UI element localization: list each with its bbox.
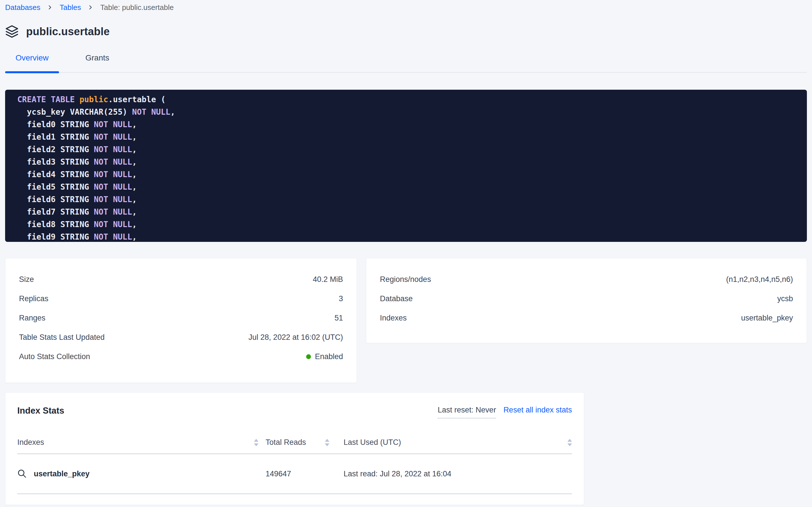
header-col-indexes: Indexes <box>17 438 261 447</box>
stat-value: Jul 28, 2022 at 16:02 (UTC) <box>249 333 343 342</box>
page-title: public.usertable <box>26 25 110 38</box>
sort-indexes-button[interactable] <box>254 439 258 446</box>
table-details-card: Regions/nodes (n1,n2,n3,n4,n5,n6) Databa… <box>366 258 807 343</box>
stat-row-auto-stats: Auto Stats Collection Enabled <box>19 347 343 366</box>
stat-value: usertable_pkey <box>741 314 793 323</box>
breadcrumb-link-databases[interactable]: Databases <box>5 3 40 12</box>
stat-label: Table Stats Last Updated <box>19 333 105 342</box>
column-label: Last Used (UTC) <box>343 438 401 447</box>
status-text: Enabled <box>315 352 343 361</box>
create-table-sql-block: CREATE TABLE public.usertable ( ycsb_key… <box>5 90 807 242</box>
index-stats-card: Index Stats Last reset: Never Reset all … <box>5 392 584 505</box>
stat-value: 3 <box>339 294 343 303</box>
stat-label: Indexes <box>380 314 407 323</box>
stat-label: Size <box>19 275 34 284</box>
tab-grants[interactable]: Grants <box>70 52 124 72</box>
breadcrumb-link-tables[interactable]: Tables <box>60 3 81 12</box>
breadcrumb: Databases Tables Table: public.usertable <box>5 0 807 12</box>
summary-cards: Size 40.2 MiB Replicas 3 Ranges 51 Table… <box>5 258 807 383</box>
stat-label: Ranges <box>19 314 45 323</box>
tab-overview[interactable]: Overview <box>5 52 59 72</box>
breadcrumb-current: Table: public.usertable <box>100 3 174 12</box>
table-header-row: Indexes Total Reads Last Used (UTC) <box>17 432 572 454</box>
column-label: Indexes <box>17 438 44 447</box>
table-overview-card: Size 40.2 MiB Replicas 3 Ranges 51 Table… <box>5 258 357 383</box>
cell-total-reads: 149647 <box>261 469 329 478</box>
stat-row-size: Size 40.2 MiB <box>19 270 343 289</box>
stat-label: Auto Stats Collection <box>19 352 90 361</box>
sort-total-reads-button[interactable] <box>325 439 329 446</box>
stat-label: Replicas <box>19 294 49 303</box>
stat-row-database: Database ycsb <box>380 289 793 308</box>
stat-value: Enabled <box>306 352 343 361</box>
index-stats-title: Index Stats <box>17 406 64 416</box>
index-stats-header: Index Stats Last reset: Never Reset all … <box>17 406 572 418</box>
last-reset-label[interactable]: Last reset: Never <box>438 406 496 418</box>
index-stats-table: Indexes Total Reads Last Used (UTC) <box>17 432 572 494</box>
cell-last-used: Last read: Jul 28, 2022 at 16:04 <box>329 469 572 478</box>
stat-label: Regions/nodes <box>380 275 431 284</box>
stat-value: (n1,n2,n3,n4,n5,n6) <box>726 275 793 284</box>
layers-stack-icon <box>5 25 19 38</box>
chevron-right-icon <box>47 4 53 11</box>
header-col-last-used: Last Used (UTC) <box>329 438 572 447</box>
stat-value: 51 <box>334 314 343 323</box>
column-label: Total Reads <box>265 438 306 447</box>
magnifier-icon <box>17 469 27 478</box>
index-stats-actions: Last reset: Never Reset all index stats <box>438 406 572 418</box>
header-col-total-reads: Total Reads <box>261 438 329 447</box>
index-name: usertable_pkey <box>34 469 90 478</box>
chevron-right-icon <box>87 4 94 11</box>
index-link[interactable]: usertable_pkey <box>17 469 90 478</box>
cell-index-name: usertable_pkey <box>17 469 261 478</box>
stat-value: ycsb <box>777 294 793 303</box>
stat-row-regions: Regions/nodes (n1,n2,n3,n4,n5,n6) <box>380 270 793 289</box>
stat-row-indexes: Indexes usertable_pkey <box>380 308 793 328</box>
reset-index-stats-link[interactable]: Reset all index stats <box>503 406 572 414</box>
sql-code: CREATE TABLE public.usertable ( ycsb_key… <box>17 94 795 242</box>
stat-row-stats-updated: Table Stats Last Updated Jul 28, 2022 at… <box>19 328 343 347</box>
stat-row-ranges: Ranges 51 <box>19 308 343 328</box>
total-reads-value: 149647 <box>265 469 291 478</box>
page-header: public.usertable <box>5 24 807 39</box>
table-row: usertable_pkey 149647 Last read: Jul 28,… <box>17 454 572 494</box>
stat-row-replicas: Replicas 3 <box>19 289 343 308</box>
status-enabled-dot <box>306 354 311 359</box>
last-used-value: Last read: Jul 28, 2022 at 16:04 <box>343 469 451 478</box>
tab-bar: Overview Grants <box>5 52 807 73</box>
stat-value: 40.2 MiB <box>313 275 343 284</box>
sort-last-used-button[interactable] <box>567 439 572 446</box>
stat-label: Database <box>380 294 413 303</box>
page-content: Databases Tables Table: public.usertable… <box>0 0 812 505</box>
